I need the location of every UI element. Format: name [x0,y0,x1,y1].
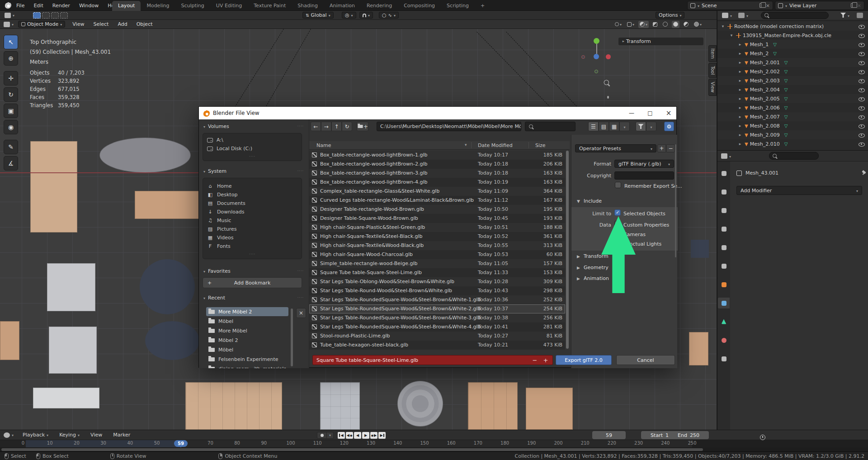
keying-dropdown[interactable] [327,432,334,439]
column-name[interactable]: Name [316,142,331,148]
axis-y-handle[interactable] [594,38,599,44]
auto-keying-button[interactable] [317,432,327,439]
recent-folder-item[interactable]: More Möbel 2 [206,307,288,316]
outliner-row[interactable]: ▸ Mesh_2.005 [717,94,868,103]
system-item[interactable]: FFonts [203,242,302,251]
volumes-section-header[interactable]: Volumes [199,122,309,131]
chevron-down-icon[interactable] [746,13,748,19]
object-name[interactable]: Mesh_2.003 [750,78,780,84]
expand-caret[interactable]: ▾ [729,33,734,38]
editor-type-icon[interactable] [4,432,10,438]
measure-tool[interactable]: ∡ [4,156,18,171]
chevron-down-icon[interactable] [12,432,14,438]
file-row[interactable]: Star Legs Table-RoundedSquare-Wood&Steel… [309,322,565,332]
add-preset-button[interactable]: + [657,144,666,152]
recent-folder-item[interactable]: Felsenbein Experimente [206,355,288,364]
expand-caret[interactable]: ▸ [737,96,743,101]
horizontal-list-button[interactable]: ▤ [599,122,609,131]
eye-icon[interactable] [859,69,865,75]
system-item[interactable]: ♫Music [203,216,302,225]
display-mode-icon[interactable] [738,13,745,18]
end-value[interactable]: 250 [690,432,699,438]
file-row[interactable]: Square Tube table-Square-Steel-Lime.glb … [309,268,565,277]
expand-caret[interactable]: ▸ [737,69,743,74]
shading-material-button[interactable] [682,21,690,28]
favorites-section-header[interactable]: Favorites [199,266,309,275]
column-size[interactable]: Size [535,142,546,148]
close-button[interactable]: × [661,107,676,119]
file-row[interactable]: Box_table-rectangle-wood-lightBrown-3.gl… [309,169,565,178]
select-mode-lasso-button[interactable] [60,12,68,19]
eye-icon[interactable] [859,141,865,147]
pivot-point-dropdown[interactable]: ◎ [342,12,356,19]
workspace-tab[interactable]: Compositing [398,1,441,11]
file-row[interactable]: Box_table-rectangle-wood-lightBrown-1.gl… [309,151,565,160]
object-name[interactable]: RootNode (model correction matrix) [734,24,824,29]
xray-toggle[interactable] [651,21,659,28]
select-mode-box-button[interactable] [42,12,50,19]
new-scene-icon[interactable] [760,3,764,8]
up-button[interactable]: ↑ [331,122,342,131]
file-row[interactable]: Star Legs Table-RoundedSquare-Wood&Steel… [309,304,565,313]
file-row[interactable]: Star Legs Table-RoundedSquare-Wood&Steel… [309,295,565,304]
eye-icon[interactable] [859,42,865,47]
chevron-down-icon[interactable] [730,13,732,19]
workspace-tab[interactable]: + [475,1,491,11]
viewport-menu-item[interactable]: Object [132,21,157,27]
timeline-menu-item[interactable]: Keying [59,432,80,438]
properties-tab[interactable] [718,316,730,327]
maximize-button[interactable]: □ [642,107,658,119]
viewport-menu-item[interactable]: View [68,21,89,27]
transform-orientation-dropdown[interactable]: ⇅ Global [302,12,334,19]
outliner-row[interactable]: ▸ Mesh_1 [717,40,868,49]
cancel-button[interactable]: Cancel [616,355,675,365]
recent-section-header[interactable]: Recent [199,293,309,302]
outliner-row[interactable]: ▸ Mesh_2.001 [717,58,868,67]
create-directory-button[interactable]: + [357,122,368,131]
file-row[interactable]: Star Legs Table-Round-Wood&Steel-Brown&W… [309,286,565,295]
properties-tab[interactable] [718,186,730,197]
object-name[interactable]: 130915_Master-Empire-Pack.obj.cle [743,33,831,38]
current-frame-field[interactable]: 59 [592,431,626,439]
annotate-tool[interactable]: ✎ [4,140,18,154]
sort-descending-icon[interactable]: ▾ [465,142,467,147]
select-mode-tweak-button[interactable] [33,12,41,19]
outliner-row[interactable]: ▾ RootNode (model correction matrix) [717,22,868,31]
start-value[interactable]: 1 [665,432,669,438]
file-row[interactable]: Box_table-rectangle-wood-lightBrown-4.gl… [309,178,565,187]
expand-caret[interactable]: ▸ [737,78,743,83]
eye-icon[interactable] [859,78,865,84]
close-icon[interactable]: × [766,3,770,9]
play-reverse-button[interactable]: ◀ [354,432,361,439]
object-name[interactable]: Mesh_2 [750,51,769,57]
remove-preset-button[interactable]: − [666,144,675,152]
menu-item[interactable]: Edit [33,3,43,9]
sidebar-tab[interactable]: View [708,79,717,96]
outliner-row[interactable]: ▸ Mesh_2.010 [717,139,868,148]
column-date-modified[interactable]: Date Modified [478,142,513,148]
next-keyframe-button[interactable]: ◆▶ [370,432,377,439]
minimize-button[interactable]: — [624,107,639,119]
eye-icon[interactable] [859,51,865,57]
workspace-tab[interactable]: Scripting [441,1,475,11]
outliner-row[interactable]: ▸ Mesh_2.004 [717,85,868,94]
rotate-tool[interactable]: ↻ [4,87,18,102]
use-preview-range-icon[interactable] [760,435,765,440]
timeline-menu-item[interactable]: Playback [23,432,48,438]
object-name[interactable]: Mesh_2.001 [750,60,780,66]
outliner-row[interactable]: ▸ Mesh_2 [717,49,868,58]
properties-tab[interactable] [718,168,730,179]
object-name[interactable]: Mesh_2.002 [750,69,780,75]
recent-scrollbar[interactable] [291,308,293,366]
expand-caret[interactable]: ▸ [737,133,743,137]
file-row[interactable]: Designer Table-Square-Wood-Brown.glb Tod… [309,214,565,223]
timeline-menu-item[interactable]: View [90,432,102,438]
timeline-ruler[interactable]: 59 0102030405070809010011012013014015016… [0,440,868,447]
scale-tool[interactable]: ▣ [4,104,18,118]
file-list-scrollbar[interactable] [566,151,569,349]
recent-folder-item[interactable]: Möbel 2 [206,336,288,345]
eye-icon[interactable] [859,132,865,138]
select-mode-circle-button[interactable] [51,12,59,19]
object-name[interactable]: Mesh_2.010 [750,141,780,147]
view-layer-selector[interactable]: View Layer × [775,1,864,10]
